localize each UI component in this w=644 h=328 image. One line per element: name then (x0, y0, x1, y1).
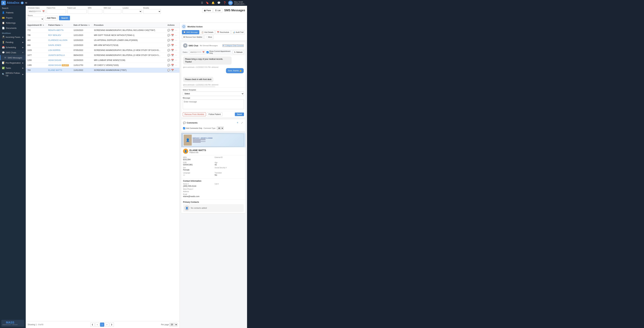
table-row[interactable]: 1029 LISA NORRIS 07/05/2022 SCREENING MA… (26, 48, 180, 53)
audit-trail-button[interactable]: 📊 Audit Trail (231, 30, 245, 34)
calendar-action-icon[interactable]: 📅 (171, 59, 174, 62)
more-button[interactable]: ⋯ More (204, 35, 214, 39)
patient-name-link[interactable]: ADAM DAGAN (48, 59, 61, 61)
comment-type-select[interactable]: All (217, 126, 224, 130)
table-row[interactable]: 1395 ADAM DAGAN 26,6875 11/01/1753 XR CH… (26, 63, 180, 68)
sidebar-item-incoming-faxes[interactable]: 📠 Incoming Faxes ▶ (0, 35, 26, 40)
list-button[interactable]: ☰ List (213, 8, 222, 13)
table-row[interactable]: 483 CLARENCE ALLISON 12/20/2023 US ARTER… (26, 38, 180, 43)
col-appointment-id[interactable]: Appointment ID ⇅ (26, 23, 47, 28)
patient-first-input[interactable] (47, 9, 66, 14)
chat-icon[interactable]: 💬 (217, 1, 221, 5)
calendar-action-icon[interactable]: 📅 (171, 49, 174, 52)
hamburger-icon[interactable]: ☰ (200, 1, 204, 5)
remove-from-worklist-button[interactable]: Remove From Worklist (183, 112, 206, 116)
visit-comments-checkbox[interactable] (183, 127, 185, 129)
add-filters-button[interactable]: Add Filters (45, 16, 58, 20)
sidebar-item-sms-chats[interactable]: 💬 SMS Chats ▼ (0, 50, 26, 55)
col-date-of-service[interactable]: Date of Service ⇅ (72, 23, 92, 28)
more-action-icon[interactable]: ⋯ (175, 64, 177, 67)
sidebar-item-documents[interactable]: 📄 Documents (0, 26, 26, 31)
app-logo-icon[interactable]: A (1, 1, 6, 5)
sms-action-icon[interactable]: 💬 (168, 39, 170, 42)
send-button[interactable]: Send (235, 113, 244, 116)
sidebar-item-pre-registration[interactable]: 📝 Pre-Registration ▶ (0, 60, 26, 65)
sms-message-button[interactable]: 💬 SMS Message (182, 30, 199, 34)
sms-action-icon[interactable]: 💬 (168, 29, 170, 32)
sidebar-item-scheduling[interactable]: 📅 Scheduling ▶ (0, 45, 26, 50)
pane-button[interactable]: ▦ Pane (202, 8, 213, 13)
remove-from-waitlist-button[interactable]: ✖ Remove from Waitlist (182, 35, 204, 39)
table-row[interactable]: 1200 ADAM DAGAN 10/29/2023 MRI LUMBAR SP… (26, 58, 180, 63)
patient-name-link[interactable]: ELAINE WATTS (48, 69, 62, 71)
sidebar-item-patients[interactable]: 👤 Patients (0, 10, 26, 15)
calendar-action-icon[interactable]: 📅 (171, 29, 174, 32)
sidebar-item-sms-messages[interactable]: ✉ SMS Messages (0, 55, 26, 60)
table-row[interactable]: 763 ELAINE WATTS 11/01/2022 SCREENING MA… (26, 68, 180, 73)
calendar-action-icon[interactable]: 📅 (171, 34, 174, 37)
user-avatar[interactable]: MS (228, 1, 233, 5)
modality-select[interactable] (143, 9, 161, 14)
help-icon[interactable]: ❓ (222, 1, 227, 5)
table-row[interactable]: 772 RENATA ABEYTA 12/20/2023 SCREENING M… (26, 28, 180, 33)
sms-action-icon[interactable]: 💬 (168, 49, 170, 52)
next-page-btn[interactable]: › (105, 322, 109, 327)
sidebar-item-payers[interactable]: 💳 Payers (0, 15, 26, 20)
more-action-icon[interactable]: ⋯ (175, 59, 177, 62)
more-action-icon[interactable]: ⋯ (175, 44, 177, 47)
follow-patient-button[interactable]: Follow Patient (207, 112, 222, 116)
add-comment-button[interactable]: + (236, 120, 239, 125)
prev-page-btn[interactable]: ‹ (95, 322, 100, 327)
table-row[interactable]: 795 ROY BENLIEV 12/21/2023 MRI SOFT TISS… (26, 33, 180, 38)
sms-action-icon[interactable]: 💬 (168, 59, 170, 62)
calendar-action-icon[interactable]: 📅 (171, 64, 174, 67)
patient-name-link[interactable]: CLARENCE ALLISON (48, 39, 68, 41)
sms-action-icon[interactable]: 💬 (168, 69, 170, 72)
page-1-btn[interactable]: 1 (100, 322, 104, 327)
location-select[interactable] (122, 9, 142, 14)
expand-comments-button[interactable]: ⤢ (240, 120, 244, 125)
bookmark-icon[interactable]: 🔖 (205, 1, 210, 5)
more-action-icon[interactable]: ⋯ (175, 49, 177, 52)
calendar-action-icon[interactable]: 📅 (171, 54, 174, 57)
sidebar-item-tasks[interactable]: ✅ Tasks ▶ (0, 65, 26, 71)
more-action-icon[interactable]: ⋯ (175, 39, 177, 42)
sms-user-input[interactable] (104, 9, 121, 14)
patient-last-input[interactable] (67, 9, 86, 14)
patient-name-link[interactable]: RENATA ABEYTA (48, 29, 64, 32)
sms-action-icon[interactable]: 💬 (168, 64, 170, 67)
patient-name-link[interactable]: ADAM DAGAN (48, 64, 61, 66)
template-select[interactable]: Select (183, 92, 244, 96)
patient-name-link[interactable]: GAVIN JONES (48, 44, 61, 46)
patient-name-link[interactable]: LISA NORRIS (48, 49, 60, 51)
search-button[interactable]: Search (59, 16, 70, 20)
collapse-chat-button[interactable]: 👁 Collapse Chat Console (222, 44, 244, 47)
more-action-icon[interactable]: ⋯ (175, 29, 177, 32)
mrn-input[interactable] (88, 9, 102, 14)
first-page-btn[interactable]: ⟪ (90, 322, 94, 327)
sms-action-icon[interactable]: 💬 (168, 34, 170, 37)
reschedule-button[interactable]: 📅 Reschedule (216, 30, 231, 34)
sidebar-item-referrings[interactable]: 📋 Referrings (0, 20, 26, 26)
refresh-button[interactable]: ↻ Refresh (233, 50, 244, 54)
message-textarea[interactable] (183, 100, 244, 109)
patient-name-link[interactable]: ROY BENLIEV (48, 34, 61, 36)
more-action-icon[interactable]: ⋯ (175, 54, 177, 57)
calendar-action-icon[interactable]: 📅 (171, 69, 174, 72)
more-action-icon[interactable]: ⋯ (175, 69, 177, 72)
calendar-action-icon[interactable]: 📅 (171, 39, 174, 42)
sms-action-icon[interactable]: 💬 (168, 44, 170, 47)
per-page-select[interactable]: 25 50 100 (169, 323, 178, 326)
table-row[interactable]: 886 GAVIN JONES 12/20/2023 MRI ARM WITHO… (26, 43, 180, 48)
tab-count-badge[interactable]: 9 (21, 2, 24, 4)
sidebar-item-birads[interactable]: 🔍 BIRADs Follow-Up ▶ (0, 71, 26, 78)
patient-name-link[interactable]: JUANITA BATALLA (48, 54, 65, 56)
show-current-checkbox[interactable] (206, 51, 208, 53)
col-patient-name[interactable]: Patient Name ⇅ (47, 23, 72, 28)
sms-action-icon[interactable]: 💬 (168, 54, 170, 57)
table-row[interactable]: 1077 JUANITA BATALLA 08/04/2023 SCREENIN… (26, 53, 180, 58)
visit-details-button[interactable]: 📋 Visit Details (200, 30, 215, 34)
rooms-select[interactable] (28, 17, 44, 21)
last-page-btn[interactable]: ⟫ (110, 322, 114, 327)
notification-icon[interactable]: 🔔 (211, 1, 215, 5)
